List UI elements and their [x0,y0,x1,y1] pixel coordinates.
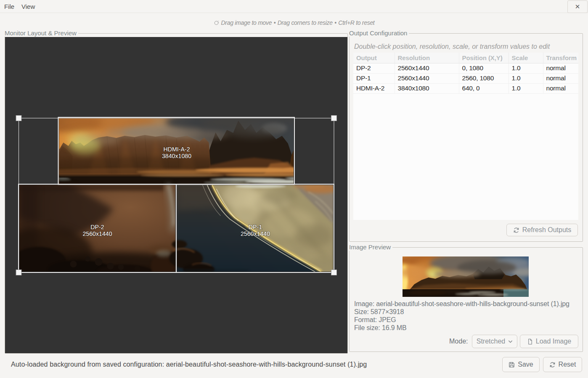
svg-text:DP-2: DP-2 [90,224,104,230]
svg-text:2560x1440: 2560x1440 [82,230,112,237]
svg-text:3840x1080: 3840x1080 [162,153,191,159]
svg-text:HDMI-A-2: HDMI-A-2 [163,146,190,153]
svg-text:2560x1440: 2560x1440 [241,230,270,237]
svg-text:DP-1: DP-1 [249,224,262,230]
